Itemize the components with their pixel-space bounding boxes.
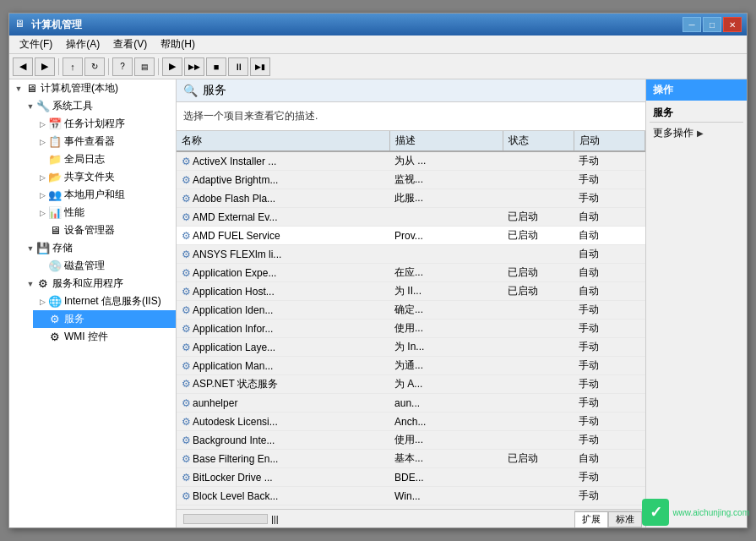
- service-startup-cell: 手动: [574, 338, 645, 357]
- maximize-button[interactable]: □: [703, 17, 721, 32]
- toolbar: ◀ ▶ ↑ ↻ ? ▤ ▶ ▶▶ ■ ⏸ ▶▮: [9, 54, 747, 79]
- stop-button[interactable]: ■: [206, 57, 226, 76]
- status-text: |||: [271, 514, 279, 524]
- service-desc-cell: 确定...: [389, 301, 503, 320]
- watermark-symbol: ✓: [650, 503, 662, 522]
- tab-standard[interactable]: 标准: [608, 511, 642, 527]
- service-desc-cell: aun...: [389, 394, 503, 413]
- table-row[interactable]: ⚙Application Expe... 在应... 已启动 自动: [177, 264, 645, 282]
- table-row[interactable]: ⚙Block Level Back... Win... 手动: [177, 487, 645, 505]
- services-icon: ⚙: [48, 313, 62, 326]
- tree-local-users[interactable]: ▷ 👥 本地用户和组: [33, 186, 176, 204]
- users-expand: ▷: [36, 189, 48, 201]
- table-row[interactable]: ⚙Application Man... 为通... 手动: [177, 357, 645, 375]
- menu-action[interactable]: 操作(A): [59, 36, 106, 53]
- minimize-button[interactable]: ─: [683, 17, 701, 32]
- table-row[interactable]: ⚙Autodesk Licensi... Anch... 手动: [177, 413, 645, 431]
- tree-root[interactable]: ▼ 🖥 计算机管理(本地): [9, 79, 176, 97]
- table-row[interactable]: ⚙Adobe Flash Pla... 此服... 手动: [177, 189, 645, 208]
- tree-task-scheduler[interactable]: ▷ 📅 任务计划程序: [33, 115, 176, 133]
- col-header-status[interactable]: 状态: [503, 131, 574, 151]
- service-gear-icon: ⚙: [182, 174, 191, 186]
- play-button[interactable]: ▶: [162, 57, 182, 76]
- status-bar: ||| 扩展 标准: [177, 509, 645, 527]
- col-header-startup[interactable]: 启动: [574, 131, 645, 151]
- service-desc-cell: BDE...: [389, 468, 503, 487]
- service-gear-icon: ⚙: [182, 323, 191, 335]
- table-row[interactable]: ⚙ASP.NET 状态服务 为 A... 手动: [177, 375, 645, 394]
- pause-button[interactable]: ⏸: [228, 57, 248, 76]
- table-row[interactable]: ⚙ANSYS FLEXlm li... 自动: [177, 245, 645, 264]
- col-header-desc[interactable]: 描述: [389, 131, 503, 151]
- perf-expand: ▷: [36, 207, 48, 219]
- tool-btn3[interactable]: ▤: [134, 57, 155, 76]
- menu-file[interactable]: 文件(F): [13, 36, 59, 53]
- service-desc-cell: 使用...: [389, 431, 503, 450]
- tree-event-viewer[interactable]: ▷ 📋 事件查看器: [33, 133, 176, 150]
- shared-icon: 📂: [48, 171, 62, 184]
- table-row[interactable]: ⚙Application Iden... 确定... 手动: [177, 301, 645, 320]
- service-name-cell: ⚙BitLocker Drive ...: [177, 468, 389, 487]
- table-row[interactable]: ⚙Adaptive Brightm... 监视... 手动: [177, 171, 645, 189]
- play-fwd-button[interactable]: ▶▶: [184, 57, 204, 76]
- services-expand: [36, 314, 48, 325]
- tree-services[interactable]: ⚙ 服务: [33, 310, 176, 328]
- tree-disk-mgmt[interactable]: 💿 磁盘管理: [33, 257, 176, 275]
- table-row[interactable]: ⚙Application Host... 为 II... 已启动 自动: [177, 282, 645, 301]
- tree-device-manager[interactable]: 🖥 设备管理器: [33, 221, 176, 239]
- menu-help[interactable]: 帮助(H): [154, 36, 202, 53]
- tree-system-tools[interactable]: ▼ 🔧 系统工具: [21, 97, 176, 115]
- menu-view[interactable]: 查看(V): [106, 36, 154, 53]
- event-expand: ▷: [36, 136, 48, 148]
- table-row[interactable]: ⚙aunhelper aun... 手动: [177, 394, 645, 413]
- table-row[interactable]: ⚙Application Infor... 使用... 手动: [177, 320, 645, 338]
- tree-wmi[interactable]: ⚙ WMI 控件: [33, 328, 176, 346]
- root-expand-icon: ▼: [13, 83, 24, 95]
- forward-button[interactable]: ▶: [35, 57, 55, 76]
- log-expand: [36, 154, 48, 166]
- service-gear-icon: ⚙: [182, 397, 191, 409]
- up-button[interactable]: ↑: [63, 57, 83, 76]
- service-gear-icon: ⚙: [182, 286, 191, 298]
- close-button[interactable]: ✕: [723, 17, 742, 32]
- tree-global-log[interactable]: 📁 全局日志: [33, 150, 176, 168]
- more-actions-item[interactable]: 更多操作 ▶: [650, 124, 743, 142]
- service-gear-icon: ⚙: [182, 490, 191, 502]
- tree-services-apps[interactable]: ▼ ⚙ 服务和应用程序: [21, 275, 176, 292]
- table-row[interactable]: ⚙BitLocker Drive ... BDE... 手动: [177, 468, 645, 487]
- table-row[interactable]: ⚙Application Laye... 为 In... 手动: [177, 338, 645, 357]
- service-name-cell: ⚙Application Host...: [177, 282, 389, 301]
- task-label: 任务计划程序: [64, 117, 125, 131]
- storage-label: 存储: [52, 241, 73, 255]
- service-gear-icon: ⚙: [182, 360, 191, 372]
- storage-expand: ▼: [24, 243, 36, 254]
- service-startup-cell: 手动: [574, 189, 645, 208]
- service-name-cell: ⚙aunhelper: [177, 394, 389, 413]
- col-header-name[interactable]: 名称: [177, 131, 389, 151]
- table-row[interactable]: ⚙AMD External Ev... 已启动 自动: [177, 208, 645, 227]
- table-row[interactable]: ⚙Background Inte... 使用... 手动: [177, 431, 645, 450]
- window-controls: ─ □ ✕: [683, 17, 742, 32]
- status-scrollbar[interactable]: [183, 514, 268, 524]
- table-row[interactable]: ⚙Base Filtering En... 基本... 已启动 自动: [177, 450, 645, 468]
- table-row[interactable]: ⚙ActiveX Installer ... 为从 ... 手动: [177, 151, 645, 171]
- users-label: 本地用户和组: [64, 188, 125, 202]
- table-row[interactable]: ⚙AMD FUEL Service Prov... 已启动 自动: [177, 227, 645, 245]
- tree-shared-folders[interactable]: ▷ 📂 共享文件夹: [33, 168, 176, 186]
- iis-label: Internet 信息服务(IIS): [64, 294, 161, 309]
- restart-button[interactable]: ▶▮: [250, 57, 270, 76]
- tab-expand[interactable]: 扩展: [574, 511, 608, 527]
- status-tabs: 扩展 标准: [574, 511, 642, 527]
- tree-performance[interactable]: ▷ 📊 性能: [33, 204, 176, 221]
- refresh-button[interactable]: ↻: [84, 57, 105, 76]
- services-panel-icon: 🔍: [183, 84, 198, 97]
- svcapp-icon: ⚙: [36, 277, 50, 291]
- table-header-row: 名称 描述 状态 启动: [177, 131, 645, 151]
- watermark: ✓ www.aichunjing.com: [642, 499, 749, 526]
- help-button[interactable]: ?: [112, 57, 133, 76]
- tree-iis[interactable]: ▷ 🌐 Internet 信息服务(IIS): [33, 292, 176, 310]
- service-name-cell: ⚙Background Inte...: [177, 431, 389, 450]
- services-table-container[interactable]: 名称 描述 状态 启动 ⚙ActiveX Installer ... 为从 ..…: [177, 131, 645, 509]
- tree-storage[interactable]: ▼ 💾 存储: [21, 239, 176, 257]
- back-button[interactable]: ◀: [13, 57, 33, 76]
